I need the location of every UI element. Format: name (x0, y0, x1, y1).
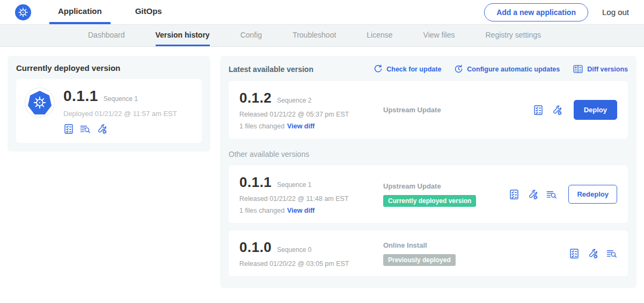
app-icon-ring (25, 88, 55, 118)
previously-deployed-badge: Previously deployed (383, 254, 456, 266)
check-for-update-label: Check for update (386, 66, 441, 73)
subnav-tab-version-history[interactable]: Version history (156, 25, 210, 46)
config-icon[interactable] (528, 189, 538, 200)
view-logs-icon[interactable] (606, 248, 617, 259)
kubernetes-logo-icon (15, 4, 31, 20)
version-source: Online Install Previously deployed (374, 241, 569, 266)
config-icon[interactable] (97, 124, 107, 134)
source-label: Online Install (383, 241, 569, 249)
released-timestamp: Released 01/21/22 @ 05:37 pm EST (239, 111, 374, 118)
currently-deployed-card: Currently deployed version 0.1.1 Sequenc… (8, 56, 210, 152)
version-row-0-1-2: 0.1.2 Sequence 2 Released 01/21/22 @ 05:… (229, 81, 628, 139)
source-label: Upstream Update (383, 106, 533, 114)
refresh-icon (374, 64, 383, 74)
logout-button[interactable]: Log out (602, 8, 629, 17)
view-diff-link[interactable]: View diff (287, 122, 314, 130)
app-logo[interactable] (15, 0, 31, 24)
files-changed: 1 files changedView diff (239, 207, 374, 214)
subnav-tab-registry-settings[interactable]: Registry settings (485, 25, 540, 46)
schedule-icon (454, 64, 463, 74)
version-actions: Redeploy (509, 185, 617, 204)
version-info: 0.1.0 Sequence 0 Released 01/20/22 @ 03:… (239, 239, 374, 268)
version-number: 0.1.0 (239, 239, 272, 256)
deployed-card-title: Currently deployed version (16, 63, 202, 73)
version-row-0-1-1: 0.1.1 Sequence 1 Released 01/21/22 @ 11:… (229, 165, 628, 223)
config-icon[interactable] (588, 248, 598, 259)
latest-available-title: Latest available version (229, 65, 313, 74)
add-application-button[interactable]: Add a new application (484, 3, 588, 21)
version-actions (569, 248, 617, 259)
preflight-checks-icon[interactable] (533, 105, 544, 116)
sequence-label: Sequence 2 (277, 97, 311, 104)
version-info: 0.1.2 Sequence 2 Released 01/21/22 @ 05:… (239, 90, 374, 130)
deployed-version-number: 0.1.1 (63, 88, 98, 105)
diff-versions-link[interactable]: Diff versions (573, 64, 628, 74)
deployed-version-info: 0.1.1 Sequence 1 Deployed 01/21/22 @ 11:… (63, 88, 177, 134)
version-actions: Deploy (533, 100, 617, 120)
panel-header: Latest available version Check for updat… (229, 64, 628, 74)
tab-gitops[interactable]: GitOps (127, 0, 171, 24)
sequence-label: Sequence 0 (277, 246, 311, 254)
preflight-checks-icon[interactable] (509, 189, 519, 200)
diff-icon (573, 64, 583, 74)
released-timestamp: Released 01/20/22 @ 03:05 pm EST (239, 260, 374, 268)
subnav-tab-config[interactable]: Config (240, 25, 262, 46)
files-changed-label: 1 files changed (239, 122, 284, 130)
view-logs-icon[interactable] (546, 189, 557, 200)
kubernetes-logo-icon (28, 91, 52, 114)
deployed-actions (63, 124, 177, 134)
view-diff-link[interactable]: View diff (287, 207, 314, 214)
redeploy-button[interactable]: Redeploy (568, 185, 617, 204)
deployed-sequence-label: Sequence 1 (104, 95, 138, 103)
top-header: Application GitOps Add a new application… (0, 0, 644, 25)
subnav-tab-license[interactable]: License (367, 25, 392, 46)
released-timestamp: Released 01/21/22 @ 11:48 am EST (239, 195, 374, 203)
header-right: Add a new application Log out (484, 0, 629, 24)
version-source: Upstream Update (374, 106, 533, 114)
header-tabs: Application GitOps (49, 0, 171, 24)
source-label: Upstream Update (383, 182, 509, 190)
files-changed-label: 1 files changed (239, 207, 284, 214)
version-source: Upstream Update Currently deployed versi… (374, 182, 509, 207)
version-row-0-1-0: 0.1.0 Sequence 0 Released 01/20/22 @ 03:… (229, 230, 628, 276)
view-logs-icon[interactable] (80, 124, 91, 134)
configure-updates-label: Configure automatic updates (467, 66, 560, 73)
tab-application[interactable]: Application (49, 0, 111, 24)
diff-versions-label: Diff versions (587, 66, 628, 73)
version-number: 0.1.2 (239, 90, 272, 106)
version-history-panel: Latest available version Check for updat… (220, 56, 636, 288)
subnav-tab-dashboard[interactable]: Dashboard (88, 25, 125, 46)
app-subnav: Dashboard Version history Config Trouble… (0, 25, 644, 47)
currently-deployed-badge: Currently deployed version (383, 195, 476, 207)
deploy-button[interactable]: Deploy (574, 100, 617, 120)
subnav-tab-view-files[interactable]: View files (423, 25, 455, 46)
subnav-tab-troubleshoot[interactable]: Troubleshoot (292, 25, 336, 46)
check-for-update-link[interactable]: Check for update (374, 64, 441, 74)
main-content: Currently deployed version 0.1.1 Sequenc… (0, 47, 644, 288)
version-info: 0.1.1 Sequence 1 Released 01/21/22 @ 11:… (239, 174, 374, 214)
deployed-timestamp: Deployed 01/21/22 @ 11:57 am EST (63, 110, 177, 118)
preflight-checks-icon[interactable] (63, 124, 74, 134)
files-changed: 1 files changedView diff (239, 122, 374, 130)
other-versions-title: Other available versions (229, 150, 628, 158)
panel-actions: Check for update Configure automatic upd… (374, 64, 628, 74)
sequence-label: Sequence 1 (277, 181, 311, 189)
configure-automatic-updates-link[interactable]: Configure automatic updates (454, 64, 560, 74)
preflight-checks-icon[interactable] (569, 248, 580, 259)
deployed-version-tile: 0.1.1 Sequence 1 Deployed 01/21/22 @ 11:… (16, 79, 202, 143)
config-icon[interactable] (552, 105, 562, 116)
version-number: 0.1.1 (239, 174, 272, 191)
